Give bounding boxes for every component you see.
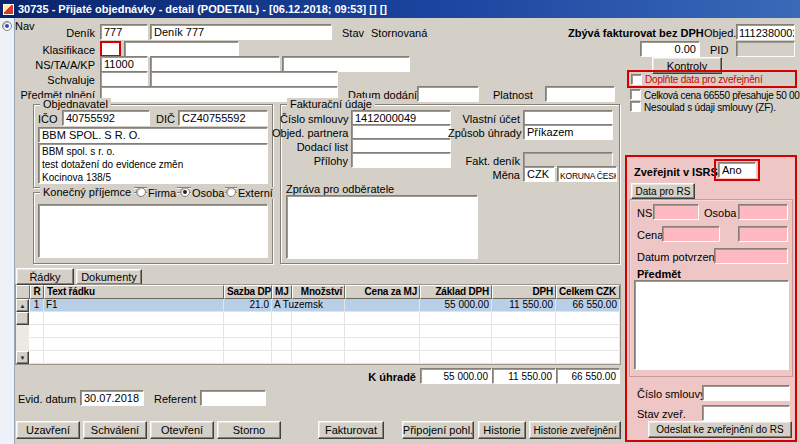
empty-cell — [30, 325, 44, 338]
empty-cell — [492, 325, 556, 338]
referent-field[interactable] — [200, 390, 266, 406]
schvaluje-code-field[interactable] — [100, 71, 148, 87]
col-header-r: Ř — [30, 285, 44, 299]
objednavatel-adresa-field[interactable]: BBM spol. s r. o. test dotažení do evide… — [38, 143, 268, 184]
empty-cell — [345, 325, 420, 338]
col-header-mnozstvi: Množství — [292, 285, 345, 299]
historie-button[interactable]: Historie — [478, 421, 526, 439]
table-row-empty[interactable] — [30, 338, 620, 351]
isrs-datum-potvrzeni-field[interactable] — [714, 248, 788, 264]
tab-dokumenty[interactable]: Dokumenty — [76, 269, 142, 285]
fakturovat-button[interactable]: Fakturovat — [318, 421, 384, 439]
objednavatel-legend: Objednavatel — [40, 98, 111, 110]
empty-cell — [272, 351, 292, 364]
scrollbar-thumb[interactable] — [16, 312, 29, 325]
title-bar[interactable]: 30735 - Přijaté objednávky - detail (POD… — [0, 0, 800, 18]
empty-cell — [224, 325, 272, 338]
isrs-stav-zver-field[interactable] — [702, 405, 790, 421]
evid-datum-field[interactable]: 30.07.2018 — [80, 390, 144, 406]
historie-zverejneni-button[interactable]: Historie zveřejnění — [529, 421, 621, 439]
zbyva-label: Zbývá fakturovat bez DPH — [568, 27, 700, 39]
isrs-predmet-field[interactable] — [634, 280, 789, 370]
evid-datum-label: Evid. datum — [18, 393, 76, 405]
objed-field[interactable]: 1112380002 — [736, 24, 795, 40]
prijemce-radio-firma[interactable] — [136, 187, 146, 197]
app-window: 30735 - Přijaté objednávky - detail (POD… — [0, 0, 800, 444]
doplnte-checkbox[interactable] — [631, 74, 642, 85]
denik-name-field[interactable]: Deník 777 — [150, 24, 332, 40]
klasifikace-name-field[interactable] — [124, 41, 239, 57]
zpusob-uhrady-label: Způsob úhrady — [448, 127, 520, 139]
objed-partnera-label: Objed. partnera — [272, 127, 348, 139]
prijemce-radio-externi[interactable] — [226, 187, 236, 197]
table-row-selected[interactable]: 1 F1 21.0 A Tuzemsk 55 000.00 11 550.00 … — [30, 299, 620, 312]
prijemce-firma-label: Firma — [147, 187, 177, 199]
zbyva-field[interactable]: 0.00 — [640, 41, 700, 57]
ico-field[interactable]: 40755592 — [62, 110, 150, 126]
zprava-label: Zpráva pro odběratele — [286, 183, 394, 195]
ico-label: IČO — [38, 113, 58, 125]
dic-field[interactable]: CZ40755592 — [178, 110, 268, 126]
akp-field[interactable] — [282, 56, 410, 72]
empty-cell — [224, 338, 272, 351]
empty-cell — [345, 351, 420, 364]
table-row-empty[interactable] — [30, 312, 620, 325]
pripojeni-pohl-button[interactable]: Připojení pohl. — [402, 421, 474, 439]
pid-field[interactable] — [736, 41, 795, 57]
isrs-cena-field[interactable] — [662, 226, 720, 242]
cell-cena-za-mj — [345, 299, 420, 312]
empty-cell — [345, 312, 420, 325]
mena-code-field[interactable]: CZK — [523, 166, 555, 182]
isrs-cena-mena-field[interactable] — [738, 226, 788, 242]
objed-label: Objed. — [704, 27, 736, 39]
table-body: 1 F1 21.0 A Tuzemsk 55 000.00 11 550.00 … — [30, 299, 620, 364]
mena-label: Měna — [488, 169, 520, 181]
tab-radky[interactable]: Řádky — [16, 268, 74, 285]
cell-mj: A Tuzemsk — [272, 299, 345, 312]
isrs-ns-field[interactable] — [653, 204, 699, 220]
odeslat-rs-button[interactable]: Odeslat ke zveřejnění do RS — [648, 421, 792, 438]
cell-text: F1 — [44, 299, 224, 312]
prijemce-radio-osoba[interactable] — [180, 187, 190, 197]
isrs-osoba-field[interactable] — [738, 204, 788, 220]
fakturace-legend: Fakturační údaje — [287, 98, 375, 110]
table-row-empty[interactable] — [30, 325, 620, 338]
zprava-field[interactable] — [286, 195, 478, 259]
empty-cell — [44, 351, 224, 364]
nesoulad-checkbox[interactable] — [630, 101, 641, 112]
scroll-up-icon[interactable]: ▲ — [16, 299, 29, 312]
table-header: Ř Text řádku Sazba DPH MJ Množství Cena … — [16, 285, 620, 299]
zpusob-uhrady-field[interactable]: Příkazem — [523, 124, 613, 140]
tab-data-pro-rs[interactable]: Data pro RS — [631, 183, 695, 199]
col-header-text: Text řádku — [44, 285, 224, 299]
nav-radio[interactable] — [2, 21, 12, 31]
total-dph-field: 11 550.00 — [492, 368, 556, 384]
cell-zaklad: 55 000.00 — [420, 299, 492, 312]
schvaluje-name-field[interactable] — [150, 71, 338, 87]
mena-name-field[interactable]: KORUNA ČESKÁ — [557, 166, 617, 182]
platnost-field[interactable] — [545, 86, 615, 102]
storno-button[interactable]: Storno — [217, 421, 281, 439]
isrs-cislo-smlouvy-label: Číslo smlouvy — [637, 388, 705, 400]
objednavatel-nazev-field[interactable]: BBM SPOL. S R. O. — [38, 127, 268, 143]
dodaci-list-label: Dodací list — [280, 141, 348, 153]
scroll-down-icon[interactable]: ▼ — [16, 351, 29, 364]
isrs-cena-label: Cena — [637, 229, 663, 241]
celkova-checkbox[interactable] — [630, 89, 641, 100]
table-row-empty[interactable] — [30, 351, 620, 364]
prijemce-osoba-label: Osoba — [191, 187, 225, 199]
uzavreni-button[interactable]: Uzavření — [16, 421, 80, 439]
otevreni-button[interactable]: Otevření — [150, 421, 214, 439]
ta-field[interactable] — [150, 56, 280, 72]
isrs-cislo-smlouvy-field[interactable] — [702, 385, 790, 401]
prijemce-field[interactable] — [38, 204, 268, 258]
ns-field[interactable]: 11000 — [100, 56, 148, 72]
zverejnit-field[interactable]: Ano — [718, 162, 756, 178]
cell-celkem: 66 550.00 — [556, 299, 620, 312]
prijemce-radio-osoba-dot — [183, 190, 187, 194]
klasifikace-code-field[interactable] — [100, 41, 121, 57]
denik-code-field[interactable]: 777 — [100, 24, 148, 40]
prilohy-field[interactable] — [351, 152, 451, 168]
datum-dodani-field[interactable] — [417, 86, 479, 102]
schvaleni-button[interactable]: Schválení — [83, 421, 147, 439]
